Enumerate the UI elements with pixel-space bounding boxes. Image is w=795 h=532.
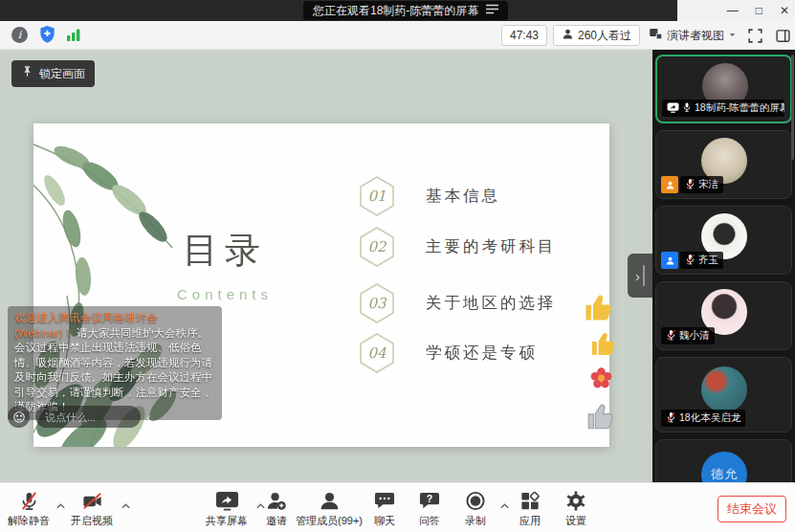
- chat-collapse-icon[interactable]: ‹: [146, 409, 151, 425]
- participant-name: 魏小清: [679, 329, 710, 343]
- record-options-chevron[interactable]: [499, 497, 510, 514]
- avatar: 德允: [701, 452, 747, 482]
- maximize-button[interactable]: □: [756, 4, 762, 17]
- toc-number: 03: [359, 283, 395, 323]
- chat-label: 聊天: [374, 514, 395, 528]
- record-button[interactable]: 录制: [465, 490, 487, 528]
- unmute-button[interactable]: 解除静音: [8, 490, 50, 528]
- webinar-notice-overlay: 欢迎进入腾讯会议网络研讨会(Webinar)！ 请大家共同维护大会秩序。会议过程…: [8, 306, 222, 420]
- mic-muted-icon: [685, 178, 696, 191]
- participant-name: 宋洁: [698, 178, 718, 191]
- end-meeting-button[interactable]: 结束会议: [718, 496, 786, 522]
- participant-name-row: 18制药-陈蕾蕾的屏幕...: [662, 100, 784, 117]
- toc-number: 01: [359, 176, 395, 216]
- collapse-handle-bar: [643, 265, 645, 286]
- hexagon-number: 03: [359, 283, 395, 323]
- participant-tile[interactable]: 18化本吴启龙: [655, 357, 792, 432]
- chat-button[interactable]: 聊天: [374, 490, 396, 528]
- end-meeting-label: 结束会议: [727, 500, 777, 518]
- like-button[interactable]: [585, 400, 617, 436]
- banner-menu-icon[interactable]: [486, 4, 498, 17]
- toc-item-1: 01 基本信息: [359, 176, 500, 216]
- role-badge-blue: [661, 252, 678, 269]
- flower-reaction: [589, 366, 613, 394]
- settings-label: 设置: [565, 514, 586, 528]
- sidebar-scrollbar[interactable]: [791, 55, 794, 160]
- watching-banner-text: 您正在观看18制药-陈蕾蕾的屏幕: [313, 3, 478, 19]
- mic-muted-icon: [18, 490, 40, 512]
- qa-button[interactable]: ? 问答: [419, 490, 441, 528]
- participant-tile[interactable]: 齐玉: [655, 206, 792, 275]
- timer-value: 47:43: [510, 29, 539, 42]
- mic-options-chevron[interactable]: [55, 497, 66, 514]
- lock-view-button[interactable]: 锁定画面: [11, 60, 95, 87]
- bottom-toolbar: 解除静音 开启视频 共享屏幕 邀请 管理成员(99+) 聊: [0, 482, 795, 532]
- meeting-window: 您正在观看18制药-陈蕾蕾的屏幕 — □ ✕ i 47:43 26: [0, 0, 795, 532]
- manage-members-label: 管理成员(99+): [296, 514, 363, 528]
- view-mode-button[interactable]: 演讲者视图: [643, 25, 742, 46]
- participant-tile[interactable]: 魏小清: [655, 281, 792, 350]
- toc-number: 04: [359, 333, 395, 373]
- share-options-chevron[interactable]: [255, 497, 266, 514]
- share-screen-label: 共享屏幕: [206, 514, 248, 528]
- hexagon-number: 02: [359, 227, 395, 267]
- participant-tile[interactable]: 宋洁: [655, 130, 792, 199]
- toc-label: 基本信息: [426, 186, 500, 207]
- apps-grid-icon: [519, 490, 541, 512]
- share-screen-button[interactable]: 共享屏幕: [206, 490, 248, 528]
- svg-text:?: ?: [427, 493, 432, 504]
- manage-members-button[interactable]: 管理成员(99+): [296, 490, 363, 528]
- mic-muted-icon: [685, 254, 696, 267]
- pin-icon: [21, 65, 33, 82]
- minimize-button[interactable]: —: [727, 4, 739, 17]
- security-shield-icon[interactable]: [38, 25, 56, 49]
- fullscreen-button[interactable]: [747, 28, 763, 48]
- participant-tile[interactable]: 德允: [655, 439, 792, 482]
- settings-button[interactable]: 设置: [565, 490, 587, 528]
- video-options-chevron[interactable]: [121, 497, 131, 514]
- participant-name-row: 18化本吴启龙: [661, 410, 745, 427]
- mic-on-icon: [682, 101, 692, 115]
- top-toolbar: i 47:43 260人看过 演讲者视图: [0, 21, 795, 50]
- slide-subtitle: Contents: [139, 286, 311, 302]
- watching-banner: 您正在观看18制药-陈蕾蕾的屏幕: [303, 1, 508, 20]
- chat-input[interactable]: [45, 411, 131, 423]
- meeting-info-icon[interactable]: i: [11, 27, 28, 43]
- network-signal-icon[interactable]: [66, 28, 81, 46]
- shared-screen-stage: 锁定画面: [0, 50, 652, 482]
- toc-number: 02: [359, 227, 395, 267]
- toc-label: 学硕还是专硕: [426, 343, 538, 364]
- hexagon-number: 01: [359, 176, 395, 216]
- apps-button[interactable]: 应用: [519, 490, 541, 528]
- participant-tile-sharing[interactable]: 18制药-陈蕾蕾的屏幕...: [655, 55, 792, 123]
- toc-label: 主要的考研科目: [426, 236, 557, 257]
- mic-muted-icon: [666, 411, 676, 425]
- emoji-smiley-icon[interactable]: [8, 406, 30, 428]
- view-mode-label: 演讲者视图: [667, 28, 724, 44]
- side-panel-toggle-button[interactable]: [775, 28, 791, 48]
- invite-button[interactable]: 邀请: [266, 490, 288, 528]
- start-video-button[interactable]: 开启视频: [71, 490, 113, 528]
- view-mode-caret-icon: [728, 29, 737, 42]
- viewers-count: 260人看过: [578, 28, 631, 44]
- avatar-initials: 德允: [711, 466, 738, 482]
- speaker-view-icon: [649, 27, 663, 44]
- chat-input-pill: [35, 406, 141, 428]
- lock-view-label: 锁定画面: [39, 66, 85, 82]
- chevron-right-icon: ›: [635, 269, 640, 283]
- qa-bubble-icon: ?: [419, 490, 441, 512]
- participant-name-row: 宋洁: [661, 176, 723, 193]
- sidebar-collapse-handle[interactable]: ›: [628, 254, 652, 298]
- unmute-label: 解除静音: [8, 514, 50, 528]
- thumbs-up-reaction: [582, 290, 616, 328]
- toc-label: 关于地区的选择: [426, 293, 557, 314]
- viewers-button[interactable]: 260人看过: [553, 25, 640, 46]
- participants-sidebar: 18制药-陈蕾蕾的屏幕... 宋洁: [652, 50, 795, 482]
- close-button[interactable]: ✕: [780, 4, 789, 17]
- gear-icon: [565, 490, 587, 512]
- invite-label: 邀请: [266, 514, 287, 528]
- title-bar: 您正在观看18制药-陈蕾蕾的屏幕 — □ ✕: [0, 0, 795, 21]
- members-icon: [319, 490, 341, 512]
- participant-name-row: 齐玉: [661, 252, 723, 269]
- role-badge-orange: [661, 176, 678, 193]
